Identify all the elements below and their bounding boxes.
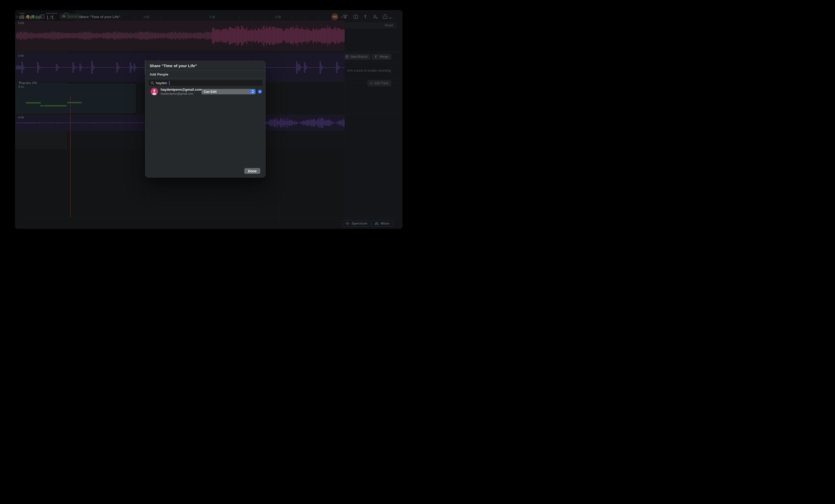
search-value: hayden <box>156 81 167 85</box>
done-button[interactable]: Done <box>244 168 260 174</box>
app-window: + Synced Share "Time of your Life" HA Ti… <box>15 10 403 229</box>
add-people-section-label: Add People <box>150 72 168 76</box>
permission-select[interactable]: Can Edit <box>201 89 256 94</box>
dialog-title: Share "Time of your Life" <box>150 64 197 68</box>
person-icon <box>151 88 158 95</box>
updown-chevrons-icon <box>250 89 255 94</box>
search-icon <box>151 81 154 85</box>
person-name: haydentpenn@gmail.com <box>161 88 202 91</box>
text-caret <box>169 81 169 85</box>
people-search-input[interactable]: hayden <box>148 80 263 86</box>
permission-value: Can Edit <box>204 90 250 93</box>
person-avatar <box>151 88 158 95</box>
add-person-button[interactable]: + <box>258 90 262 93</box>
person-email: haydentpenn@gmail.com <box>161 92 193 95</box>
share-dialog: Share "Time of your Life" Add People hay… <box>145 61 266 177</box>
